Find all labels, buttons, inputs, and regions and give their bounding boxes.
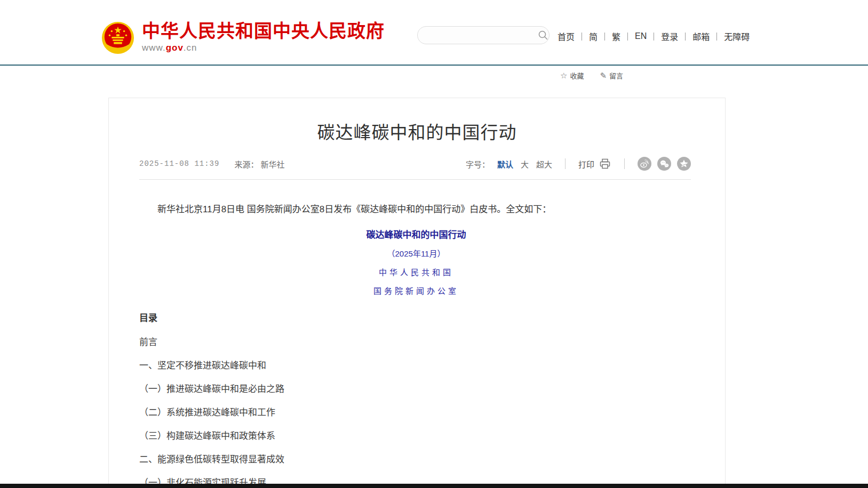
top-nav-item[interactable]: 无障碍 xyxy=(724,30,750,43)
toc-item: （三）构建碳达峰碳中和政策体系 xyxy=(139,431,693,441)
top-nav-item-label: 繁 xyxy=(612,30,620,43)
top-nav-item[interactable]: 繁 xyxy=(612,30,635,43)
top-nav-item-label: 邮箱 xyxy=(692,30,710,43)
url-cn: .cn xyxy=(184,43,197,53)
site-url: www.gov.cn xyxy=(142,43,385,53)
document-org-line-1: 中华人民共和国 xyxy=(139,266,693,277)
favorite-star-icon: ☆ xyxy=(560,71,567,79)
document-title: 碳达峰碳中和的中国行动 xyxy=(139,227,693,241)
meta-divider-line xyxy=(139,179,691,180)
article-meta-left: 2025-11-08 11:39 来源： 新华社 xyxy=(139,158,285,170)
top-nav-item-label: 首页 xyxy=(558,30,575,43)
toc-list: 前言 一、坚定不移推进碳达峰碳中和 （一）推进碳达峰碳中和是必由之路 （二）系统… xyxy=(139,338,693,488)
site-title: 中华人民共和国中央人民政府 xyxy=(142,21,385,41)
toc-item: （一）推进碳达峰碳中和是必由之路 xyxy=(139,385,693,394)
share-qzone-button[interactable] xyxy=(677,157,691,171)
print-button[interactable]: 打印 xyxy=(578,157,611,170)
favorite-button[interactable]: ☆ 收藏 xyxy=(560,70,584,81)
meta-divider xyxy=(624,158,625,169)
share-wechat-button[interactable] xyxy=(657,157,671,171)
meta-divider xyxy=(565,158,566,169)
page-tools: ☆ 收藏 ✎ 留言 xyxy=(560,70,623,81)
font-size-label: 字号： xyxy=(466,158,490,170)
search-button[interactable] xyxy=(538,26,552,44)
source-label: 来源： xyxy=(234,160,258,169)
source-name: 新华社 xyxy=(261,160,285,169)
font-size-default-button[interactable]: 默认 xyxy=(497,158,513,170)
top-nav-item[interactable]: 简 xyxy=(589,30,612,43)
top-nav-item-label: 无障碍 xyxy=(724,30,750,43)
article-meta-row: 2025-11-08 11:39 来源： 新华社 字号： 默认 大 超大 打印 xyxy=(139,156,691,172)
message-button[interactable]: ✎ 留言 xyxy=(600,70,623,81)
top-nav-item[interactable]: 首页 xyxy=(558,30,589,43)
wechat-icon xyxy=(659,159,669,169)
toc-heading: 目录 xyxy=(139,310,693,324)
document-date-line: （2025年11月） xyxy=(139,247,693,259)
top-nav: 首页 简 繁 EN 登录 邮箱 无障碍 xyxy=(558,30,750,43)
logo-text: 中华人民共和国中央人民政府 www.gov.cn xyxy=(142,21,385,53)
national-emblem-icon xyxy=(101,21,134,54)
top-nav-item[interactable]: EN xyxy=(635,31,661,41)
top-nav-item[interactable]: 登录 xyxy=(661,30,692,43)
message-label: 留言 xyxy=(609,70,623,81)
favorite-label: 收藏 xyxy=(570,70,584,81)
top-nav-item-label: EN xyxy=(635,31,647,41)
share-weibo-button[interactable] xyxy=(638,157,651,171)
toc-item: （二）系统推进碳达峰碳中和工作 xyxy=(139,408,693,418)
message-pencil-icon: ✎ xyxy=(600,71,607,79)
document-org-line-2: 国务院新闻办公室 xyxy=(139,285,693,296)
url-www: www. xyxy=(142,43,166,53)
article-meta-right: 字号： 默认 大 超大 打印 xyxy=(466,157,691,171)
top-nav-item[interactable]: 邮箱 xyxy=(692,30,724,43)
lead-paragraph: 新华社北京11月8日电 国务院新闻办公室8日发布《碳达峰碳中和的中国行动》白皮书… xyxy=(139,203,693,216)
printer-icon xyxy=(599,157,611,170)
top-nav-item-label: 登录 xyxy=(661,30,678,43)
article-card: 碳达峰碳中和的中国行动 2025-11-08 11:39 来源： 新华社 字号：… xyxy=(108,98,726,488)
publish-date: 2025-11-08 11:39 xyxy=(139,159,219,168)
article-title: 碳达峰碳中和的中国行动 xyxy=(109,118,725,144)
article-source: 来源： 新华社 xyxy=(234,158,284,170)
search-box xyxy=(417,26,550,44)
search-input[interactable] xyxy=(418,27,538,44)
toc-item: 一、坚定不移推进碳达峰碳中和 xyxy=(139,361,693,371)
share-group xyxy=(638,157,691,171)
search-magnifier-icon xyxy=(538,30,548,41)
article-body: 新华社北京11月8日电 国务院新闻办公室8日发布《碳达峰碳中和的中国行动》白皮书… xyxy=(139,203,693,488)
url-gov: gov xyxy=(166,43,184,53)
site-header: 中华人民共和国中央人民政府 www.gov.cn 首页 简 繁 EN xyxy=(0,0,868,66)
top-nav-item-label: 简 xyxy=(589,30,598,43)
font-size-xlarge-button[interactable]: 超大 xyxy=(536,158,552,170)
toc-item: 二、能源绿色低碳转型取得显著成效 xyxy=(139,455,693,465)
weibo-icon xyxy=(640,159,649,169)
bottom-edge-bar xyxy=(0,484,868,488)
site-logo[interactable]: 中华人民共和国中央人民政府 www.gov.cn xyxy=(101,21,385,54)
print-label: 打印 xyxy=(578,158,594,170)
header-divider-line xyxy=(0,65,868,66)
qzone-star-icon xyxy=(679,159,689,169)
page: 中华人民共和国中央人民政府 www.gov.cn 首页 简 繁 EN xyxy=(0,0,868,488)
font-size-large-button[interactable]: 大 xyxy=(521,158,529,170)
toc-item: 前言 xyxy=(139,338,693,347)
